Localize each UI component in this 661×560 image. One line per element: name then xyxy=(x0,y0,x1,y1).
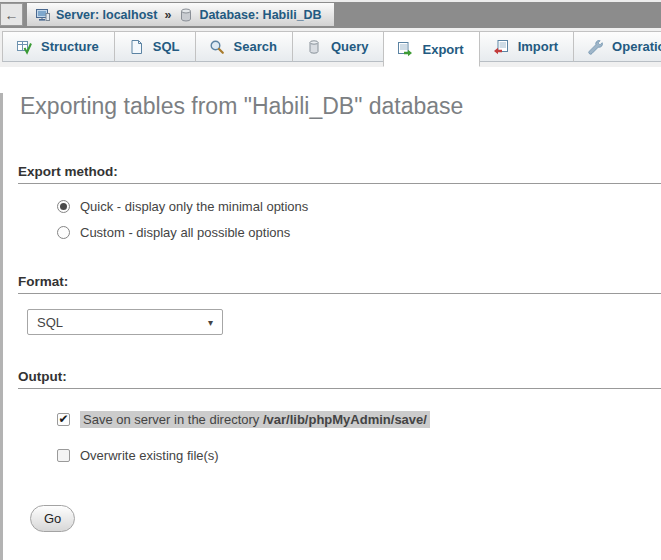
search-icon xyxy=(209,39,225,55)
export-page: Exporting tables from "Habili_DB" databa… xyxy=(0,93,661,560)
tab-import[interactable]: Import xyxy=(479,31,574,62)
tab-operations[interactable]: Operations xyxy=(573,31,661,62)
breadcrumb-server-link[interactable]: Server: localhost xyxy=(56,8,157,22)
format-select[interactable]: SQL ▾ xyxy=(27,309,223,335)
export-icon xyxy=(397,41,413,57)
import-icon xyxy=(493,39,509,55)
tab-bar: Structure SQL Search xyxy=(0,28,661,67)
tab-label: Export xyxy=(422,42,463,57)
save-directory-path: /var/lib/phpMyAdmin/save/ xyxy=(263,412,427,427)
custom-radio-label[interactable]: Custom - display all possible options xyxy=(80,225,290,240)
tab-structure[interactable]: Structure xyxy=(2,31,115,62)
server-icon xyxy=(35,7,51,23)
breadcrumb-separator: » xyxy=(162,8,173,22)
breadcrumb: Server: localhost » Database: Habili_DB xyxy=(27,3,334,26)
tab-label: Import xyxy=(518,39,558,54)
breadcrumb-database-link[interactable]: Database: Habili_DB xyxy=(199,8,321,22)
save-on-server-label[interactable]: Save on server in the directory /var/lib… xyxy=(80,411,430,428)
back-arrow-icon: ← xyxy=(5,7,19,23)
quick-radio[interactable] xyxy=(57,200,70,213)
operations-wrench-icon xyxy=(587,39,603,55)
export-method-option-quick: Quick - display only the minimal options xyxy=(57,199,661,214)
chevron-down-icon: ▾ xyxy=(208,317,213,328)
structure-icon xyxy=(16,39,32,55)
overwrite-checkbox[interactable] xyxy=(57,449,70,462)
save-on-server-checkbox[interactable] xyxy=(57,413,70,426)
page-title: Exporting tables from "Habili_DB" databa… xyxy=(20,93,661,120)
export-method-heading: Export method: xyxy=(18,164,661,184)
database-icon xyxy=(178,7,194,23)
tab-sql[interactable]: SQL xyxy=(114,31,196,62)
output-option-overwrite: Overwrite existing file(s) xyxy=(57,448,661,463)
export-method-option-custom: Custom - display all possible options xyxy=(57,225,661,240)
query-database-icon xyxy=(306,39,322,55)
tab-label: Operations xyxy=(612,39,661,54)
go-button[interactable]: Go xyxy=(30,505,75,532)
tab-label: Search xyxy=(234,39,277,54)
format-select-value: SQL xyxy=(37,315,63,330)
custom-radio[interactable] xyxy=(57,226,70,239)
sql-icon xyxy=(128,39,144,55)
overwrite-label[interactable]: Overwrite existing file(s) xyxy=(80,448,219,463)
format-heading: Format: xyxy=(18,274,661,294)
tab-export[interactable]: Export xyxy=(383,31,479,67)
breadcrumb-bar: ← Server: localhost » Database: Habili_D… xyxy=(0,0,661,28)
output-heading: Output: xyxy=(18,369,661,389)
tab-label: Structure xyxy=(41,39,99,54)
tab-label: Query xyxy=(331,39,369,54)
tab-search[interactable]: Search xyxy=(195,31,293,62)
tab-query[interactable]: Query xyxy=(292,31,385,62)
back-button[interactable]: ← xyxy=(0,3,23,26)
output-option-save-on-server: Save on server in the directory /var/lib… xyxy=(57,411,661,428)
quick-radio-label[interactable]: Quick - display only the minimal options xyxy=(80,199,308,214)
tab-label: SQL xyxy=(153,39,180,54)
